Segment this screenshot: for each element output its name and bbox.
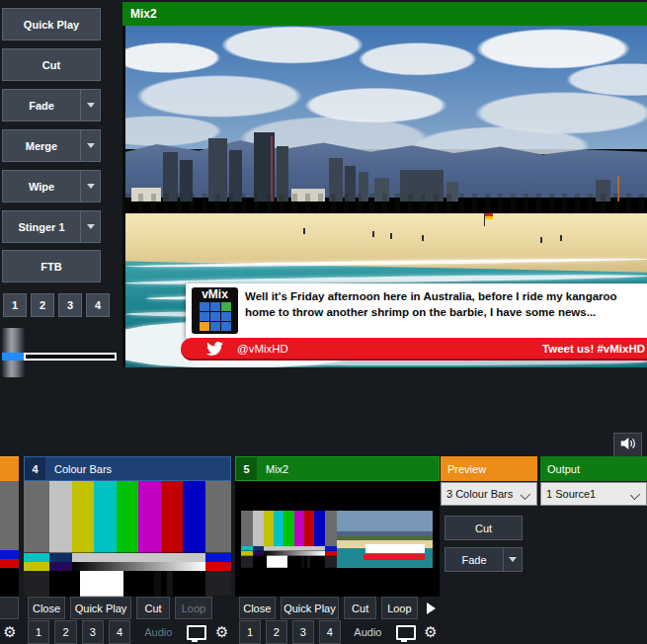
beachgoer xyxy=(303,228,305,234)
input-4-overlay-4-button[interactable]: 4 xyxy=(109,620,130,644)
wipe-label: Wipe xyxy=(3,181,80,193)
chevron-down-icon xyxy=(521,490,530,500)
input-5-thumbnail[interactable] xyxy=(235,481,440,597)
transition-tbar-handle[interactable] xyxy=(2,328,25,377)
play-icon[interactable] xyxy=(423,597,440,619)
mini-tweet-card xyxy=(365,544,425,553)
vmix-logo-text: vMix xyxy=(202,288,228,301)
input-4-thumbnail[interactable] xyxy=(24,481,231,597)
mix2-title: Mix2 xyxy=(130,7,157,21)
program-preview-video: vMix Well it's Friday afternoon here in … xyxy=(122,26,647,367)
chevron-down-icon[interactable] xyxy=(80,90,100,121)
output-source-select[interactable]: 1 Source1 xyxy=(540,482,647,506)
overlay-3-button[interactable]: 3 xyxy=(58,293,82,317)
merge-label: Merge xyxy=(3,140,80,152)
vmix-logo: vMix xyxy=(192,287,238,334)
cut-button[interactable]: Cut xyxy=(2,48,101,81)
gear-icon[interactable]: ⚙ xyxy=(422,620,440,644)
city-skyline xyxy=(125,121,647,201)
tweet-handle: @vMixHD xyxy=(237,343,288,355)
twitter-bird-icon xyxy=(206,342,223,356)
mini-tweet-bar xyxy=(364,554,425,560)
monitor-icon[interactable] xyxy=(395,620,417,644)
vmix-window: Quick Play Cut Fade Merge Wipe Stinger 1… xyxy=(0,0,647,644)
fade-button[interactable]: Fade xyxy=(2,89,101,121)
beach-flag xyxy=(485,213,493,219)
input-5-close-button[interactable]: Close xyxy=(239,597,276,619)
input-5-header[interactable]: 5 Mix2 xyxy=(235,456,440,481)
input-5-overlay-3-button[interactable]: 3 xyxy=(292,620,314,644)
gear-icon[interactable]: ⚙ xyxy=(213,620,231,644)
input-4-quick-play-button[interactable]: Quick Play xyxy=(70,597,131,619)
beachgoer xyxy=(372,231,374,237)
tweet-overlay-card: vMix Well it's Friday afternoon here in … xyxy=(186,283,647,339)
mixer-fade-label: Fade xyxy=(445,554,503,566)
stinger-label: Stinger 1 xyxy=(3,221,80,233)
input-4-close-button[interactable]: Close xyxy=(28,597,65,619)
quick-play-button[interactable]: Quick Play xyxy=(2,8,101,40)
chevron-down-icon[interactable] xyxy=(80,130,100,161)
chevron-down-icon[interactable] xyxy=(80,171,100,201)
overlay-2-button[interactable]: 2 xyxy=(31,293,54,317)
input-4-audio-button[interactable]: Audio xyxy=(135,620,181,644)
tbar-position-indicator xyxy=(2,353,25,361)
monitor-icon[interactable] xyxy=(186,620,207,644)
master-audio-button[interactable] xyxy=(613,433,642,457)
merge-button[interactable]: Merge xyxy=(2,129,101,162)
beachgoer xyxy=(560,235,562,241)
speaker-icon xyxy=(619,437,636,454)
input-5-audio-button[interactable]: Audio xyxy=(346,620,390,644)
input-4-header[interactable]: 4 Colour Bars xyxy=(24,456,231,481)
beachgoer xyxy=(422,235,424,241)
mixer-cut-button[interactable]: Cut xyxy=(445,516,523,540)
chevron-down-icon[interactable] xyxy=(503,548,522,571)
ftb-button[interactable]: FTB xyxy=(2,250,101,282)
input-4-overlay-1-button[interactable]: 1 xyxy=(28,620,49,644)
input-4-title: Colour Bars xyxy=(45,463,112,475)
mixer-fade-button[interactable]: Fade xyxy=(445,547,523,572)
fade-label: Fade xyxy=(3,100,80,112)
mix2-preview-half xyxy=(241,511,337,568)
preview-source-value: 3 Colour Bars xyxy=(446,488,513,500)
stinger-button[interactable]: Stinger 1 xyxy=(2,210,101,243)
input-5-overlay-4-button[interactable]: 4 xyxy=(319,620,341,644)
output-source-value: 1 Source1 xyxy=(546,488,596,500)
input-5-overlay-2-button[interactable]: 2 xyxy=(266,620,287,644)
input-5-cut-button[interactable]: Cut xyxy=(344,597,376,619)
tweet-cta: Tweet us! #vMixHD xyxy=(542,343,645,355)
preview-header: Preview xyxy=(441,456,537,481)
tweet-message: Well it's Friday afternoon here in Austr… xyxy=(245,289,643,320)
input-3-header[interactable] xyxy=(0,456,19,481)
input-4-cut-button[interactable]: Cut xyxy=(136,597,170,619)
input-5-quick-play-button[interactable]: Quick Play xyxy=(281,597,340,619)
input-3-thumbnail[interactable] xyxy=(0,481,19,597)
mix2-title-bar: Mix2 xyxy=(122,2,647,26)
input-4-loop-button[interactable]: Loop xyxy=(175,597,212,619)
output-header: Output xyxy=(540,456,647,481)
input-3-button-partial[interactable] xyxy=(0,597,19,619)
chevron-down-icon xyxy=(630,490,640,500)
preview-source-select[interactable]: 3 Colour Bars xyxy=(441,482,537,506)
transition-tbar-track[interactable] xyxy=(24,353,117,361)
tweet-overlay-footer: @vMixHD Tweet us! #vMixHD xyxy=(181,338,647,361)
input-4-overlay-2-button[interactable]: 2 xyxy=(54,620,76,644)
input-4-overlay-3-button[interactable]: 3 xyxy=(82,620,104,644)
dune-vegetation xyxy=(125,194,647,215)
chevron-down-icon[interactable] xyxy=(80,211,100,242)
beachgoer xyxy=(540,237,542,243)
beachgoer xyxy=(390,233,392,239)
vmix-logo-grid xyxy=(200,302,231,331)
wipe-button[interactable]: Wipe xyxy=(2,170,101,202)
input-5-number: 5 xyxy=(236,457,257,480)
input-5-loop-button[interactable]: Loop xyxy=(381,597,418,619)
input-5-title: Mix2 xyxy=(257,463,288,475)
overlay-4-button[interactable]: 4 xyxy=(86,293,110,317)
overlay-1-button[interactable]: 1 xyxy=(3,293,27,317)
mix2-output-half xyxy=(337,511,433,568)
input-4-number: 4 xyxy=(25,457,45,480)
input-5-overlay-1-button[interactable]: 1 xyxy=(239,620,261,644)
gear-icon[interactable]: ⚙ xyxy=(1,620,19,644)
